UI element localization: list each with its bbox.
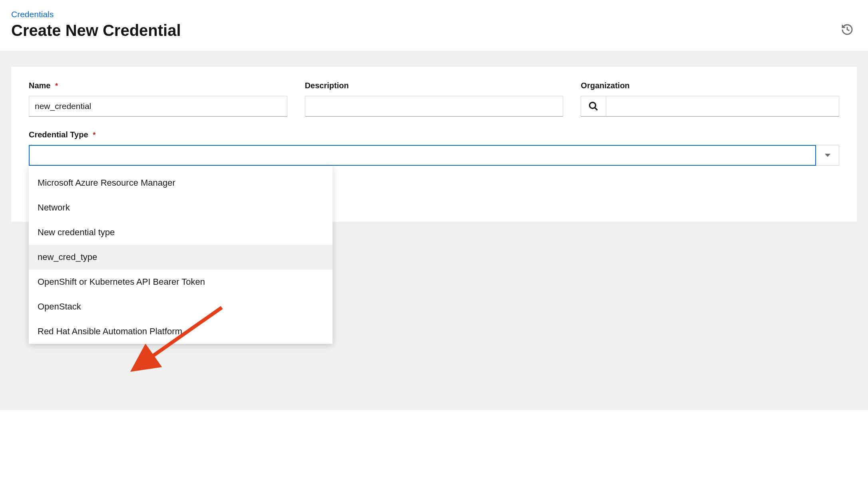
form-card: Name * Description Organization (11, 67, 857, 222)
organization-search-button[interactable] (581, 96, 606, 117)
content-area: Name * Description Organization (0, 51, 868, 410)
search-icon (588, 101, 599, 111)
history-icon[interactable] (841, 23, 854, 36)
credential-type-dropdown[interactable]: Microsoft Azure Resource ManagerNetworkN… (29, 166, 332, 344)
organization-group: Organization (581, 81, 839, 117)
required-asterisk: * (93, 131, 96, 139)
dropdown-item[interactable]: OpenShift or Kubernetes API Bearer Token (29, 270, 332, 294)
dropdown-item[interactable] (29, 166, 332, 171)
svg-point-0 (590, 102, 596, 108)
form-row-2: Credential Type * Microsoft Azure Resour… (29, 130, 839, 166)
credential-type-label-text: Credential Type (29, 130, 88, 139)
organization-label: Organization (581, 81, 839, 90)
name-label-text: Name (29, 81, 50, 90)
svg-line-1 (595, 108, 597, 110)
required-asterisk: * (55, 82, 58, 90)
credential-type-toggle[interactable] (816, 145, 839, 166)
description-label: Description (305, 81, 563, 90)
description-group: Description (305, 81, 563, 117)
breadcrumb-link[interactable]: Credentials (11, 10, 54, 19)
dropdown-item[interactable]: Network (29, 195, 332, 220)
dropdown-item[interactable]: new_cred_type (29, 245, 332, 270)
page-title: Create New Credential (11, 22, 857, 40)
credential-type-label: Credential Type * (29, 130, 839, 139)
credential-type-input[interactable] (29, 145, 816, 166)
organization-input-wrap (581, 96, 839, 117)
chevron-down-icon (825, 154, 830, 157)
name-input[interactable] (29, 96, 287, 117)
description-input[interactable] (305, 96, 563, 117)
name-label: Name * (29, 81, 287, 90)
organization-input[interactable] (606, 96, 839, 117)
form-row-1: Name * Description Organization (29, 81, 839, 117)
credential-type-group: Credential Type * Microsoft Azure Resour… (29, 130, 839, 166)
name-group: Name * (29, 81, 287, 117)
dropdown-item[interactable]: OpenStack (29, 294, 332, 319)
dropdown-item[interactable]: Red Hat Ansible Automation Platform (29, 319, 332, 344)
page-header: Credentials Create New Credential (0, 0, 868, 51)
credential-type-select[interactable] (29, 145, 839, 166)
dropdown-item[interactable]: New credential type (29, 220, 332, 245)
dropdown-item[interactable]: Microsoft Azure Resource Manager (29, 171, 332, 195)
